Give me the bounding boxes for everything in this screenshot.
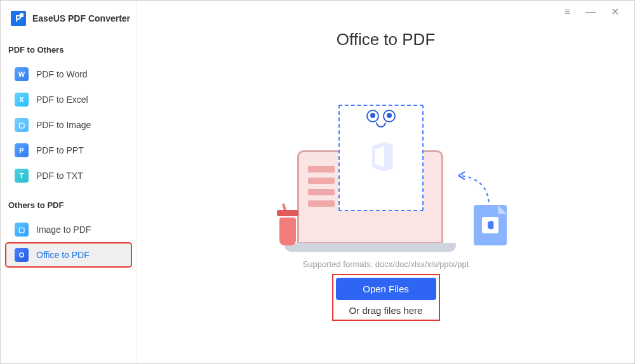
open-files-button[interactable]: Open Files: [336, 278, 436, 300]
image-icon: ▢: [15, 223, 29, 237]
menu-icon[interactable]: ≡: [565, 7, 570, 17]
sidebar-item-label: Office to PDF: [36, 250, 90, 260]
word-icon: W: [15, 67, 29, 81]
sidebar-item-pdf-to-image[interactable]: ▢ PDF to Image: [6, 113, 131, 137]
main-content: ≡ — ✕ Office to PDF: [137, 1, 634, 363]
drop-zone[interactable]: Supported formats: docx/doc/xlsx/xls/ppt…: [137, 49, 634, 363]
window-titlebar: ≡ — ✕: [137, 1, 634, 23]
cup-graphic: [277, 206, 298, 245]
mouth-icon: [376, 122, 386, 127]
page-title: Office to PDF: [137, 30, 634, 49]
sidebar-item-pdf-to-word[interactable]: W PDF to Word: [6, 62, 131, 86]
ppt-icon: P: [15, 143, 29, 157]
txt-icon: T: [15, 169, 29, 183]
sidebar-item-label: PDF to Word: [36, 69, 88, 79]
laptop-base-graphic: [284, 243, 456, 252]
brand: P EaseUS PDF Converter: [1, 8, 137, 40]
app-title: EaseUS PDF Converter: [32, 13, 130, 23]
sidebar-item-label: PDF to PPT: [36, 145, 84, 155]
document-graphic: [338, 105, 424, 211]
sidebar-item-pdf-to-excel[interactable]: X PDF to Excel: [6, 88, 131, 112]
sidebar-item-label: PDF to Image: [36, 120, 91, 130]
eyes-icon: [366, 110, 396, 122]
close-icon[interactable]: ✕: [611, 7, 619, 17]
image-icon: ▢: [15, 118, 29, 132]
app-logo-icon: P: [11, 11, 26, 26]
office-file-icon: [474, 205, 507, 245]
section-pdf-to-others-label: PDF to Others: [1, 40, 137, 61]
sidebar-item-label: Image to PDF: [36, 224, 91, 235]
office-logo-icon: [363, 139, 399, 174]
sidebar-item-label: PDF to Excel: [36, 94, 88, 105]
office-icon: O: [15, 248, 29, 262]
action-highlight: Open Files Or drag files here: [332, 274, 440, 321]
excel-icon: X: [15, 93, 29, 107]
sidebar: P EaseUS PDF Converter PDF to Others W P…: [1, 1, 137, 363]
sidebar-item-pdf-to-ppt[interactable]: P PDF to PPT: [6, 138, 131, 162]
supported-formats-text: Supported formats: docx/doc/xlsx/xls/ppt…: [303, 259, 469, 269]
section-others-to-pdf-label: Others to PDF: [1, 195, 137, 216]
sidebar-item-image-to-pdf[interactable]: ▢ Image to PDF: [6, 218, 131, 242]
drag-files-text: Or drag files here: [349, 300, 423, 317]
sidebar-item-label: PDF to TXT: [36, 171, 83, 181]
minimize-icon[interactable]: —: [585, 7, 596, 17]
illustration: [278, 111, 494, 244]
sidebar-item-pdf-to-txt[interactable]: T PDF to TXT: [6, 164, 131, 188]
app-root: P EaseUS PDF Converter PDF to Others W P…: [1, 1, 634, 363]
sidebar-item-office-to-pdf[interactable]: O Office to PDF: [6, 243, 131, 267]
